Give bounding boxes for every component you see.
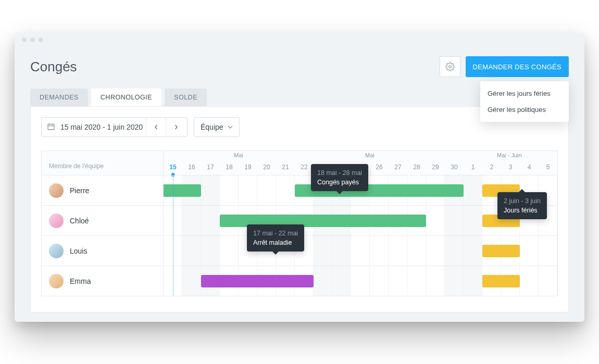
- member-name: Emma: [70, 277, 91, 285]
- page-title: Congés: [30, 59, 77, 75]
- grid-cell: [332, 266, 351, 296]
- month-label: Mai: [365, 152, 375, 158]
- day-header-cell: 19: [239, 160, 257, 175]
- day-header-cell: 28: [407, 160, 426, 175]
- svg-rect-1: [48, 124, 54, 130]
- window-dot: [30, 37, 35, 42]
- date-range-picker[interactable]: 15 mai 2020 - 1 juin 2020: [41, 117, 188, 137]
- grid-cell: [445, 206, 464, 235]
- grid-cell: [220, 236, 239, 266]
- grid-cell: [389, 236, 407, 266]
- timeline-grid: [164, 236, 557, 266]
- grid-cell: [276, 175, 295, 205]
- grid-cell: [407, 236, 426, 266]
- settings-button[interactable]: [440, 56, 460, 77]
- tab-chronologie[interactable]: CHRONOLOGIE: [91, 89, 161, 106]
- team-select[interactable]: Équipe: [194, 117, 240, 137]
- grid-cell: [445, 236, 464, 266]
- next-range-button[interactable]: [166, 117, 185, 137]
- day-header-cell: 26: [370, 160, 389, 175]
- grid-cell: [351, 266, 370, 296]
- window-dot: [22, 37, 27, 42]
- day-header-cell: 3: [501, 160, 520, 175]
- titlebar: [15, 32, 584, 47]
- grid-cell: [426, 206, 445, 235]
- grid-cell: [182, 236, 201, 266]
- grid-cell: [464, 266, 482, 296]
- tooltip-conges-payes: 18 mai - 28 mai Congés payés: [311, 164, 368, 191]
- svg-point-0: [448, 66, 451, 68]
- grid-cell: [220, 175, 239, 205]
- tooltip-date: 17 mai - 22 mai: [253, 229, 298, 238]
- member-name: Chloé: [70, 217, 89, 225]
- day-header-cell: 5: [539, 160, 557, 175]
- tooltip-jours-feries: 2 juin - 3 juin Jours fériés: [497, 192, 547, 219]
- grid-cell: [407, 266, 426, 296]
- day-header-cell: 2: [482, 160, 501, 175]
- chevron-left-icon: [154, 124, 159, 130]
- gear-icon: [445, 62, 455, 71]
- grid-cell: [351, 236, 370, 266]
- request-leave-button[interactable]: DEMANDER DES CONGÉS: [466, 56, 569, 77]
- member-cell: Emma: [42, 266, 164, 296]
- leave-bar[interactable]: [482, 275, 520, 287]
- calendar-icon: [47, 122, 55, 132]
- month-label: Mai - Juin: [497, 152, 522, 158]
- grid-cell: [389, 266, 407, 296]
- avatar: [49, 274, 64, 288]
- timeline-row: Emma: [42, 266, 557, 296]
- chevron-right-icon: [173, 124, 179, 130]
- grid-cell: [314, 266, 332, 296]
- grid-cell: [426, 266, 445, 296]
- grid-cell: [201, 236, 220, 266]
- app-window: Congés DEMANDER DES CONGÉS Gérer les jou…: [15, 32, 584, 322]
- leave-bar[interactable]: [201, 275, 314, 287]
- date-range-label: 15 mai 2020 - 1 juin 2020: [60, 123, 143, 131]
- tooltip-date: 2 juin - 3 juin: [504, 196, 541, 206]
- grid-cell: [539, 236, 557, 266]
- grid-cell: [182, 206, 201, 235]
- avatar: [49, 183, 64, 198]
- team-select-label: Équipe: [201, 123, 223, 131]
- grid-cell: [370, 236, 389, 266]
- tooltip-arret-maladie: 17 mai - 22 mai Arrêt maladie: [247, 224, 304, 252]
- grid-cell: [370, 266, 389, 296]
- tab-solde[interactable]: SOLDE: [165, 89, 207, 106]
- menu-item-policies[interactable]: Gérer les politiques: [480, 102, 569, 118]
- grid-cell: [539, 266, 557, 296]
- grid-cell: [464, 175, 482, 205]
- prev-range-button[interactable]: [146, 117, 166, 137]
- menu-item-holidays[interactable]: Gérer les jours féries: [480, 85, 569, 102]
- chevron-down-icon: [228, 125, 233, 129]
- day-header-cell: 18: [220, 160, 239, 175]
- grid-cell: [201, 206, 220, 235]
- leave-bar[interactable]: [164, 184, 201, 197]
- grid-cell: [464, 236, 482, 266]
- grid-cell: [257, 175, 276, 205]
- avatar: [49, 214, 64, 228]
- day-header-cell: 15: [164, 160, 182, 175]
- tooltip-label: Congés payés: [317, 178, 362, 187]
- day-header-cell: 29: [426, 160, 445, 175]
- today-line: [173, 175, 173, 296]
- timeline: Membre de l'équipe Mai Mai Mai - Juin 15…: [41, 150, 558, 296]
- tooltip-label: Arrêt maladie: [253, 238, 298, 247]
- window-dot: [39, 37, 43, 42]
- day-header-cell: 1: [464, 160, 482, 175]
- tab-demandes[interactable]: DEMANDES: [30, 89, 88, 106]
- day-header-cell: 20: [257, 160, 276, 175]
- leave-bar[interactable]: [482, 245, 520, 257]
- grid-cell: [239, 175, 257, 205]
- tooltip-label: Jours fériés: [504, 206, 541, 215]
- grid-cell: [426, 236, 445, 266]
- member-cell: Louis: [42, 236, 164, 266]
- column-header-member: Membre de l'équipe: [42, 151, 164, 175]
- timeline-row: Pierre: [42, 175, 557, 205]
- grid-cell: [520, 266, 539, 296]
- day-header-cell: 27: [389, 160, 407, 175]
- member-name: Louis: [70, 247, 87, 255]
- grid-cell: [332, 236, 351, 266]
- timeline-grid: [164, 266, 557, 296]
- member-cell: Chloé: [42, 206, 164, 235]
- grid-cell: [445, 266, 464, 296]
